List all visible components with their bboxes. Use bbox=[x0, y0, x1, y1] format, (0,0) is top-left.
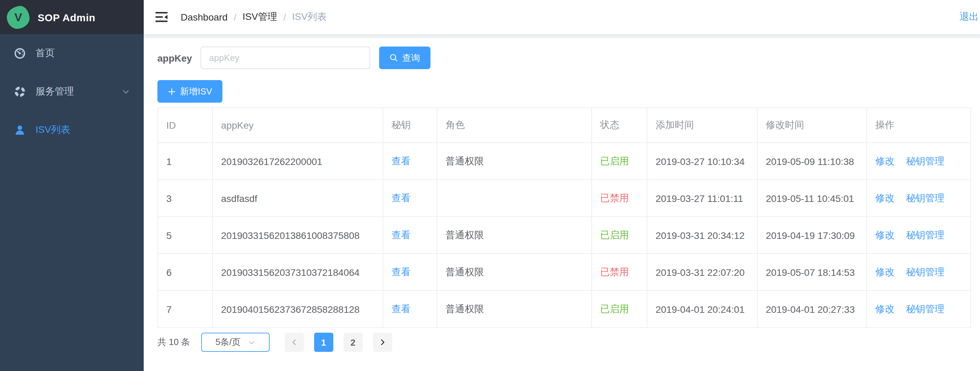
query-button[interactable]: 查询 bbox=[379, 46, 430, 69]
chevron-left-icon bbox=[290, 338, 298, 346]
status-badge: 已禁用 bbox=[600, 266, 629, 277]
status-badge: 已禁用 bbox=[600, 192, 629, 203]
page-size-value: 5条/页 bbox=[216, 336, 241, 349]
hamburger-icon[interactable] bbox=[155, 10, 169, 24]
edit-link[interactable]: 修改 bbox=[875, 229, 894, 240]
cell-modified-time: 2019-04-01 20:27:33 bbox=[757, 291, 867, 328]
breadcrumb: Dashboard / ISV管理 / ISV列表 bbox=[181, 11, 327, 23]
secret-manage-link[interactable]: 秘钥管理 bbox=[906, 229, 944, 240]
cell-added-time: 2019-03-31 20:34:12 bbox=[647, 217, 757, 253]
cell-role: 普通权限 bbox=[437, 217, 592, 253]
appkey-input[interactable] bbox=[200, 46, 370, 69]
plus-icon bbox=[168, 87, 176, 96]
add-isv-button-label: 新增ISV bbox=[180, 85, 212, 97]
breadcrumb-dashboard[interactable]: Dashboard bbox=[181, 12, 228, 22]
dashboard-icon bbox=[14, 47, 26, 60]
appkey-label: appKey bbox=[158, 53, 192, 63]
search-form: appKey 查询 bbox=[158, 46, 970, 69]
breadcrumb-isv-list: ISV列表 bbox=[292, 11, 327, 23]
user-icon bbox=[14, 124, 26, 136]
chevron-down-icon bbox=[122, 88, 130, 96]
view-secret-link[interactable]: 查看 bbox=[391, 303, 410, 314]
app-title: SOP Admin bbox=[38, 11, 95, 23]
cell-appkey: 2019032617262200001 bbox=[213, 143, 383, 180]
content: appKey 查询 新增ISV bbox=[144, 38, 980, 352]
table-row: 5 20190331562013861008375808 查看 普通权限 已启用… bbox=[158, 217, 971, 253]
status-badge: 已启用 bbox=[600, 155, 629, 166]
sidebar-menu: 首页 服务管理 ISV列表 bbox=[0, 34, 144, 149]
pagination-total: 共 10 条 bbox=[158, 336, 190, 349]
table-row: 7 20190401562373672858288128 查看 普通权限 已启用… bbox=[158, 291, 971, 328]
cell-appkey: 20190331562013861008375808 bbox=[213, 217, 383, 253]
view-secret-link[interactable]: 查看 bbox=[391, 155, 410, 166]
search-icon bbox=[389, 53, 398, 62]
sidebar-item-label: ISV列表 bbox=[36, 124, 130, 136]
page-button-2[interactable]: 2 bbox=[343, 333, 363, 352]
sidebar-item-label: 首页 bbox=[36, 47, 130, 60]
cell-appkey: 20190331562037310372184064 bbox=[213, 253, 383, 291]
secret-manage-link[interactable]: 秘钥管理 bbox=[906, 192, 944, 203]
secret-manage-link[interactable]: 秘钥管理 bbox=[906, 155, 944, 166]
col-secret: 秘钥 bbox=[383, 108, 437, 143]
breadcrumb-separator: / bbox=[234, 12, 237, 22]
cell-appkey: 20190401562373672858288128 bbox=[213, 291, 383, 328]
view-secret-link[interactable]: 查看 bbox=[391, 192, 410, 203]
cell-id: 6 bbox=[158, 253, 213, 291]
cell-role: 普通权限 bbox=[437, 253, 592, 291]
cell-role bbox=[437, 180, 592, 217]
chevron-right-icon bbox=[378, 338, 386, 346]
sidebar-item-service[interactable]: 服务管理 bbox=[0, 73, 144, 111]
sidebar-item-home[interactable]: 首页 bbox=[0, 34, 144, 73]
sidebar: V SOP Admin 首页 服务管理 bbox=[0, 0, 144, 371]
service-icon bbox=[14, 86, 26, 98]
logout-link[interactable]: 退出 bbox=[959, 11, 978, 23]
col-added-time: 添加时间 bbox=[647, 108, 757, 143]
prev-page-button[interactable] bbox=[284, 333, 304, 352]
pagination: 共 10 条 5条/页 1 2 bbox=[158, 333, 970, 352]
cell-added-time: 2019-03-27 10:10:34 bbox=[647, 143, 757, 180]
cell-role: 普通权限 bbox=[437, 291, 592, 328]
view-secret-link[interactable]: 查看 bbox=[391, 266, 410, 277]
sidebar-item-isv-list[interactable]: ISV列表 bbox=[0, 111, 144, 149]
cell-added-time: 2019-03-31 22:07:20 bbox=[647, 253, 757, 291]
status-badge: 已启用 bbox=[600, 229, 629, 240]
edit-link[interactable]: 修改 bbox=[875, 266, 894, 277]
isv-table: ID appKey 秘钥 角色 状态 添加时间 修改时间 操作 1 201903… bbox=[158, 107, 971, 328]
edit-link[interactable]: 修改 bbox=[875, 303, 894, 314]
page-size-select[interactable]: 5条/页 bbox=[201, 333, 269, 352]
app-root: V SOP Admin 首页 服务管理 bbox=[0, 0, 980, 371]
table-row: 1 2019032617262200001 查看 普通权限 已启用 2019-0… bbox=[158, 143, 971, 180]
logo-icon: V bbox=[6, 5, 31, 30]
breadcrumb-isv-mgmt[interactable]: ISV管理 bbox=[243, 11, 277, 23]
cell-id: 5 bbox=[158, 217, 213, 253]
page-button-1[interactable]: 1 bbox=[314, 333, 333, 352]
cell-modified-time: 2019-05-09 11:10:38 bbox=[757, 143, 867, 180]
status-badge: 已启用 bbox=[600, 303, 629, 314]
main-area: Dashboard / ISV管理 / ISV列表 退出 appKey 查询 bbox=[144, 0, 980, 371]
cell-id: 1 bbox=[158, 143, 213, 180]
table-header: ID appKey 秘钥 角色 状态 添加时间 修改时间 操作 bbox=[158, 108, 971, 143]
edit-link[interactable]: 修改 bbox=[875, 155, 894, 166]
header-divider bbox=[144, 34, 980, 38]
cell-id: 7 bbox=[158, 291, 213, 328]
chevron-down-icon bbox=[247, 339, 255, 346]
cell-modified-time: 2019-05-07 18:14:53 bbox=[757, 253, 867, 291]
table-row: 3 asdfasdf 查看 已禁用 2019-03-27 11:01:11 20… bbox=[158, 180, 971, 217]
next-page-button[interactable] bbox=[372, 333, 392, 352]
add-isv-button[interactable]: 新增ISV bbox=[158, 80, 223, 103]
cell-appkey: asdfasdf bbox=[213, 180, 383, 217]
col-id: ID bbox=[158, 108, 213, 143]
logo-letter: V bbox=[14, 10, 22, 24]
view-secret-link[interactable]: 查看 bbox=[391, 229, 410, 240]
top-header: Dashboard / ISV管理 / ISV列表 退出 bbox=[144, 0, 980, 34]
sidebar-item-label: 服务管理 bbox=[36, 86, 122, 98]
col-modified-time: 修改时间 bbox=[757, 108, 867, 143]
edit-link[interactable]: 修改 bbox=[875, 192, 894, 203]
query-button-label: 查询 bbox=[402, 52, 420, 64]
secret-manage-link[interactable]: 秘钥管理 bbox=[906, 303, 944, 314]
cell-added-time: 2019-04-01 20:24:01 bbox=[647, 291, 757, 328]
secret-manage-link[interactable]: 秘钥管理 bbox=[906, 266, 944, 277]
table-row: 6 20190331562037310372184064 查看 普通权限 已禁用… bbox=[158, 253, 971, 291]
col-appkey: appKey bbox=[213, 108, 383, 143]
cell-role: 普通权限 bbox=[437, 143, 592, 180]
